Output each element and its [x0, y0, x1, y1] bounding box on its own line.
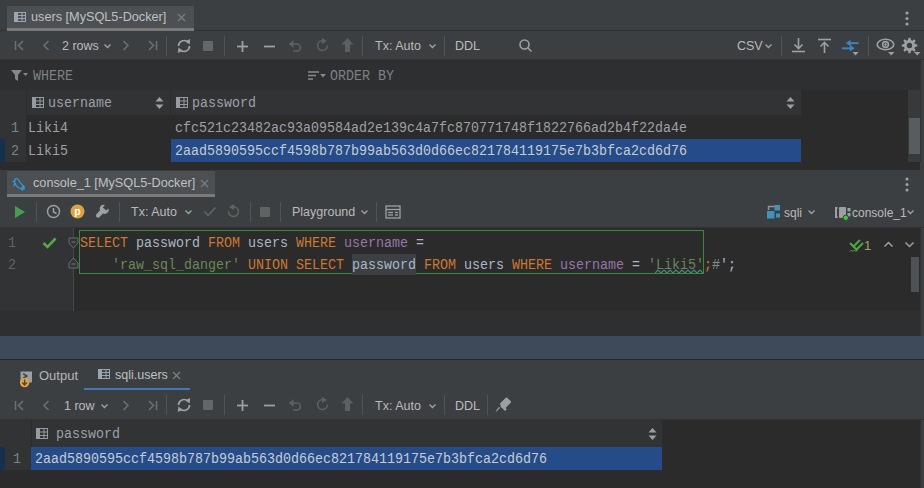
- svg-text:p: p: [74, 205, 80, 217]
